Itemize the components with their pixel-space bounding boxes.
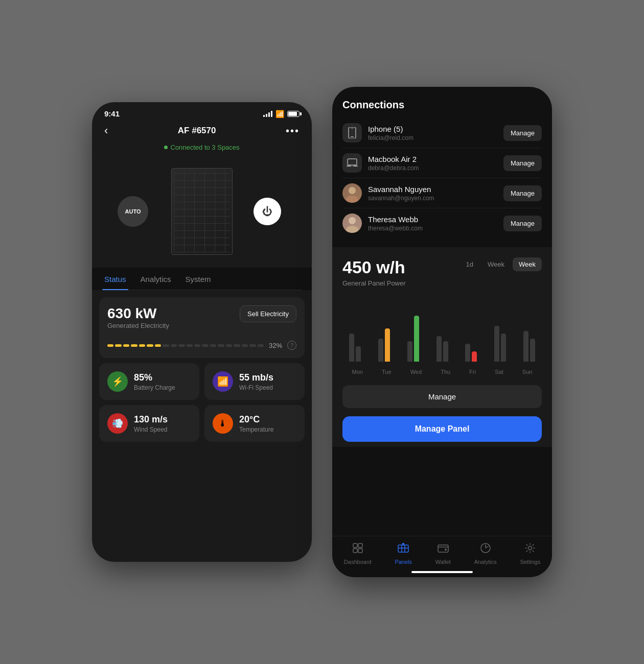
chart-day-fri — [458, 311, 484, 362]
chart-day-sat — [488, 311, 513, 362]
svg-point-8 — [349, 217, 356, 224]
battery-card: ⚡ 85% Battery Charge — [99, 363, 199, 400]
chart-bar — [378, 339, 383, 362]
left-phone: 9:41 📶 ‹ AF #6570 ••• Connected to 3 Spa… — [92, 102, 312, 562]
dashboard-icon — [352, 542, 363, 557]
chart-bar — [530, 339, 535, 362]
connected-status: Connected to 3 Spaces — [92, 144, 312, 155]
chart-bar — [414, 316, 419, 362]
panel-power-section: 450 w/h 1d Week Week General Panel Power… — [332, 247, 552, 447]
panels-icon — [398, 542, 409, 557]
help-icon[interactable]: ? — [287, 341, 296, 350]
temp-card: 🌡 20°C Temperature — [204, 405, 305, 442]
chart-day-label: Mon — [352, 369, 363, 375]
tab-system[interactable]: System — [183, 268, 213, 290]
wifi-card: 📶 55 mb/s Wi-Fi Speed — [204, 363, 305, 400]
svg-rect-5 — [351, 165, 354, 167]
power-value: 450 w/h — [342, 257, 405, 277]
svg-point-17 — [445, 549, 447, 551]
theresa-avatar — [342, 214, 362, 233]
nav-analytics[interactable]: Analytics — [474, 542, 497, 565]
bottom-nav: Dashboard Panels — [332, 536, 552, 577]
theresa-info: Theresa Webb theresa@webb.com — [368, 215, 503, 232]
wallet-icon — [438, 542, 449, 557]
filter-week-1[interactable]: Week — [481, 257, 511, 271]
chart-labels: MonTueWedThuFriSatSun — [342, 366, 542, 380]
power-header: 450 w/h 1d Week Week — [342, 257, 542, 277]
svg-rect-11 — [358, 543, 362, 548]
wifi-speed-icon: 📶 — [213, 371, 233, 392]
connection-iphone: Iphone (5) felicia@reid.com Manage — [342, 118, 542, 148]
generated-card: 630 kW Generated Electricity Sell Electr… — [99, 297, 305, 358]
tab-status[interactable]: Status — [102, 268, 128, 290]
chart-bar — [501, 334, 506, 362]
manage-theresa-button[interactable]: Manage — [503, 216, 542, 231]
manage-panel-button[interactable]: Manage Panel — [342, 416, 542, 442]
wind-card: 💨 130 m/s Wind Speed — [99, 405, 199, 442]
svg-point-7 — [346, 196, 358, 203]
chart-bar — [523, 331, 528, 362]
temp-info: 20°C Temperature — [239, 414, 273, 433]
sell-electricity-button[interactable]: Sell Electricity — [240, 305, 296, 322]
svg-rect-15 — [402, 543, 404, 545]
solar-panel-area: AUTO ⏻ — [92, 155, 312, 268]
chart-bar — [356, 346, 361, 362]
connection-theresa: Theresa Webb theresa@webb.com Manage — [342, 208, 542, 238]
more-button[interactable]: ••• — [286, 125, 300, 137]
generated-value: 630 kW Generated Electricity — [107, 305, 169, 335]
svg-rect-12 — [353, 549, 357, 553]
svg-rect-2 — [351, 128, 353, 129]
chart-bar-wrap — [436, 311, 448, 362]
svg-rect-13 — [358, 549, 362, 553]
nav-settings[interactable]: Settings — [520, 542, 540, 565]
savannah-avatar — [342, 183, 362, 203]
chart-bar-wrap — [378, 311, 390, 362]
chart-bar — [385, 328, 390, 362]
wifi-info: 55 mb/s Wi-Fi Speed — [239, 372, 273, 391]
iphone-info: Iphone (5) felicia@reid.com — [368, 125, 503, 141]
battery-charge-icon: ⚡ — [107, 371, 128, 392]
manage-macbook-button[interactable]: Manage — [503, 155, 542, 171]
power-button[interactable]: ⏻ — [254, 198, 281, 225]
tab-analytics[interactable]: Analytics — [139, 268, 173, 290]
stats-section: 630 kW Generated Electricity Sell Electr… — [92, 290, 312, 449]
status-bar: 9:41 📶 — [92, 102, 312, 118]
manage-iphone-button[interactable]: Manage — [503, 125, 542, 141]
auto-button[interactable]: AUTO — [118, 196, 148, 227]
progress-row: 32% ? — [107, 341, 296, 350]
svg-rect-10 — [353, 543, 357, 548]
filter-1d[interactable]: 1d — [460, 257, 479, 271]
wifi-icon: 📶 — [275, 110, 284, 118]
nav-wallet[interactable]: Wallet — [435, 542, 451, 565]
nav-header: ‹ AF #6570 ••• — [92, 118, 312, 144]
svg-rect-14 — [398, 545, 408, 552]
chart-day-label: Tue — [382, 369, 392, 375]
manage-savannah-button[interactable]: Manage — [503, 185, 542, 201]
svg-point-19 — [528, 547, 532, 550]
nav-dashboard[interactable]: Dashboard — [344, 542, 372, 565]
power-icon: ⏻ — [262, 206, 272, 218]
chart-bar-wrap — [407, 311, 419, 362]
status-icons: 📶 — [263, 110, 300, 118]
chart-day-wed — [401, 311, 426, 362]
chart-bar-wrap — [465, 311, 477, 362]
chart-day-tue — [372, 311, 397, 362]
nav-panels[interactable]: Panels — [395, 542, 412, 565]
chart-day-label: Fri — [469, 369, 476, 375]
chart-bar — [349, 334, 354, 362]
chart-day-label: Wed — [410, 369, 422, 375]
manage-button[interactable]: Manage — [342, 385, 542, 408]
chart-day-sun — [517, 311, 542, 362]
time-filters: 1d Week Week — [460, 257, 542, 271]
nav-items: Dashboard Panels — [332, 542, 552, 565]
back-button[interactable]: ‹ — [104, 124, 108, 137]
chart-bar-wrap — [349, 311, 361, 362]
chart-bar — [407, 341, 412, 362]
svg-rect-1 — [351, 136, 354, 137]
filter-week-2[interactable]: Week — [513, 257, 542, 271]
svg-point-6 — [349, 187, 356, 194]
chart-area — [342, 295, 542, 362]
chart-bar — [436, 336, 442, 362]
power-subtitle: General Panel Power — [342, 279, 542, 287]
macbook-icon — [342, 153, 362, 173]
